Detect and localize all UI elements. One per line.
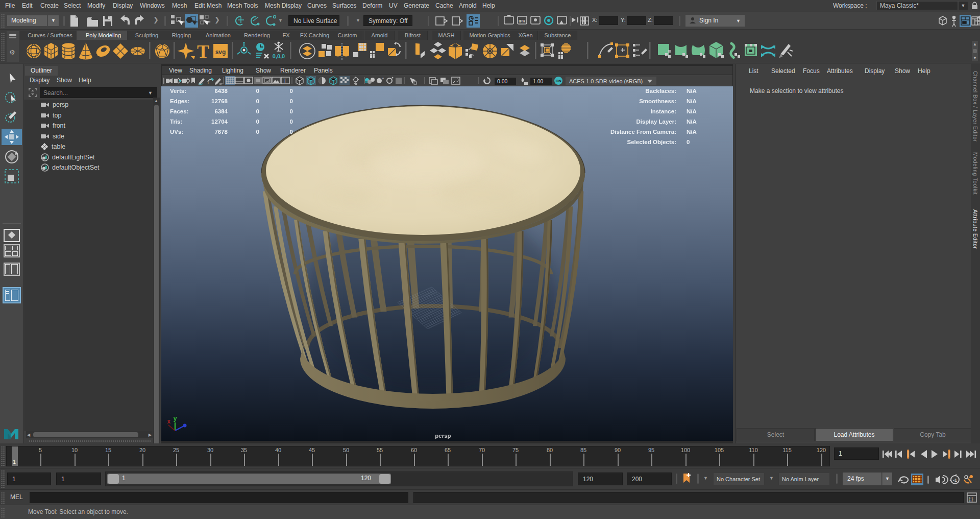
svg-text:0: 0 xyxy=(290,88,293,94)
svg-text:Backfaces:: Backfaces: xyxy=(645,88,676,94)
svg-text:T: T xyxy=(197,41,209,62)
svg-text:0: 0 xyxy=(256,119,259,125)
svg-text:Verts:: Verts: xyxy=(170,88,186,94)
svg-text:ON: ON xyxy=(556,79,561,83)
svg-text:persp: persp xyxy=(435,433,451,439)
svg-text:12768: 12768 xyxy=(211,98,228,104)
svg-text:6384: 6384 xyxy=(214,108,228,114)
svg-text:0: 0 xyxy=(290,129,293,135)
svg-text:0: 0 xyxy=(290,119,293,125)
svg-text:0: 0 xyxy=(290,108,293,114)
svg-text:0: 0 xyxy=(256,88,259,94)
svg-text:x: x xyxy=(167,418,171,425)
svg-text:0,0,0: 0,0,0 xyxy=(273,53,285,59)
svg-text:0: 0 xyxy=(256,108,259,114)
svg-text:0: 0 xyxy=(687,139,690,145)
svg-text:Instance:: Instance: xyxy=(651,108,677,114)
svg-text:Distance From Camera:: Distance From Camera: xyxy=(610,129,676,135)
svg-text:Faces:: Faces: xyxy=(170,108,188,114)
svg-text:Tris:: Tris: xyxy=(170,119,182,125)
svg-text:N/A: N/A xyxy=(687,108,697,114)
svg-text:-1: -1 xyxy=(953,478,957,483)
svg-text:6438: 6438 xyxy=(214,88,228,94)
svg-text:UVs:: UVs: xyxy=(170,129,183,135)
svg-text:Display Layer:: Display Layer: xyxy=(636,119,676,125)
svg-text:0: 0 xyxy=(256,129,259,135)
svg-text:y: y xyxy=(173,414,177,422)
svg-text:+: + xyxy=(207,81,209,85)
svg-text:12704: 12704 xyxy=(211,119,228,125)
svg-text:ACES 1.0 SDR-video (sRGB): ACES 1.0 SDR-video (sRGB) xyxy=(569,78,643,84)
svg-text:1.00: 1.00 xyxy=(533,78,544,84)
svg-text:{;}: {;} xyxy=(969,497,973,502)
svg-text:Smoothness:: Smoothness: xyxy=(639,98,676,104)
svg-text:+: + xyxy=(382,76,384,81)
svg-text:N/A: N/A xyxy=(687,88,697,94)
svg-text:0.00: 0.00 xyxy=(497,78,508,84)
svg-text:T: T xyxy=(283,78,287,84)
svg-text:7678: 7678 xyxy=(214,129,228,135)
svg-text:N/A: N/A xyxy=(687,119,697,125)
svg-text:N/A: N/A xyxy=(687,98,697,104)
svg-text:N/A: N/A xyxy=(687,129,697,135)
svg-text:svg: svg xyxy=(215,49,226,56)
svg-text:Selected Objects:: Selected Objects: xyxy=(627,139,676,145)
svg-text:0: 0 xyxy=(256,98,259,104)
svg-text:0: 0 xyxy=(290,98,293,104)
svg-text:Edges:: Edges: xyxy=(170,98,189,104)
svg-text:IPR: IPR xyxy=(519,19,526,23)
